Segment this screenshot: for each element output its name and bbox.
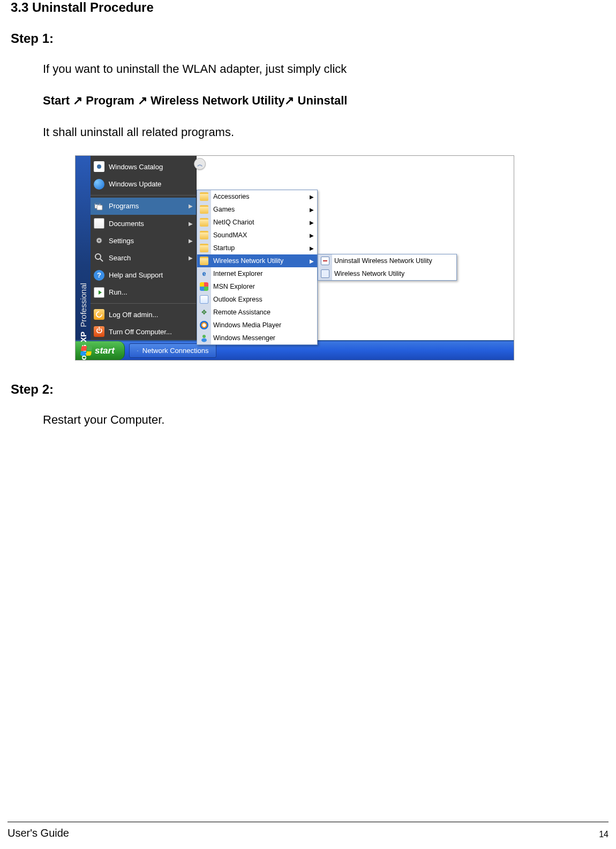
menu-item-label: Wireless Network Utility bbox=[334, 270, 404, 277]
start-menu-screenshot: Windows XP Professional ︽ Windows Catalo… bbox=[75, 155, 514, 360]
logoff-icon bbox=[94, 309, 104, 320]
start-item-windows-catalog[interactable]: Windows Catalog bbox=[91, 158, 196, 175]
submenu-arrow-icon: ▶ bbox=[189, 221, 193, 227]
network-connections-icon bbox=[137, 350, 138, 351]
submenu-arrow-icon: ▶ bbox=[189, 203, 193, 209]
menu-item-label: Windows Media Player bbox=[213, 321, 281, 329]
windows-update-icon bbox=[94, 179, 104, 190]
submenu-arrow-icon: ▶ bbox=[310, 194, 314, 200]
start-item-programs[interactable]: Programs ▶ bbox=[91, 198, 196, 215]
folder-icon bbox=[200, 205, 208, 214]
submenu-arrow-icon: ▶ bbox=[310, 232, 314, 238]
step2-text: Restart your Computer. bbox=[11, 412, 605, 429]
programs-submenu: Accessories ▶ Games ▶ NetIQ Chariot ▶ So… bbox=[197, 190, 318, 345]
programs-item-outlook-express[interactable]: Outlook Express bbox=[197, 293, 317, 306]
start-item-label: Windows Update bbox=[109, 180, 161, 188]
start-item-turnoff[interactable]: Turn Off Computer... bbox=[91, 323, 196, 340]
outlook-express-icon bbox=[200, 295, 208, 304]
start-item-label: Turn Off Computer... bbox=[109, 328, 172, 336]
submenu-arrow-icon: ▶ bbox=[189, 255, 193, 261]
svg-rect-2 bbox=[95, 204, 100, 205]
wnu-item-uninstall[interactable]: Uninstall Wireless Network Utility bbox=[318, 254, 456, 267]
step-1-label: Step 1: bbox=[11, 31, 605, 46]
submenu-arrow-icon: ▶ bbox=[310, 245, 314, 251]
programs-item-windows-messenger[interactable]: Windows Messenger bbox=[197, 332, 317, 344]
wireless-utility-icon bbox=[321, 269, 329, 278]
menu-item-label: Games bbox=[213, 206, 235, 213]
start-item-settings[interactable]: Settings ▶ bbox=[91, 232, 196, 249]
settings-icon bbox=[94, 235, 104, 246]
programs-icon bbox=[94, 201, 104, 212]
svg-point-5 bbox=[95, 254, 101, 259]
programs-item-wireless-network-utility[interactable]: Wireless Network Utility ▶ bbox=[197, 254, 317, 267]
footer-page-number: 14 bbox=[599, 830, 609, 839]
programs-item-windows-media-player[interactable]: Windows Media Player bbox=[197, 319, 317, 332]
folder-icon bbox=[200, 244, 208, 252]
svg-rect-1 bbox=[97, 205, 102, 210]
windows-xp-edition: Professional bbox=[79, 283, 88, 328]
wnu-item-utility[interactable]: Wireless Network Utility bbox=[318, 267, 456, 280]
start-item-documents[interactable]: Documents ▶ bbox=[91, 215, 196, 232]
menu-item-label: Uninstall Wireless Network Utility bbox=[334, 257, 432, 265]
menu-item-label: Internet Explorer bbox=[213, 270, 262, 277]
power-off-icon bbox=[94, 326, 104, 337]
folder-icon bbox=[200, 257, 208, 265]
menu-item-label: Accessories bbox=[213, 193, 249, 200]
catalog-icon bbox=[94, 161, 104, 172]
start-button-label: start bbox=[95, 345, 115, 356]
start-menu-left-column: ︽ Windows Catalog Windows Update Program… bbox=[91, 156, 197, 340]
menu-item-label: Wireless Network Utility bbox=[213, 257, 283, 265]
submenu-arrow-icon: ▶ bbox=[189, 238, 193, 244]
submenu-arrow-icon: ▶ bbox=[310, 220, 314, 226]
wnu-submenu: Uninstall Wireless Network Utility Wirel… bbox=[318, 254, 457, 281]
folder-icon bbox=[200, 218, 208, 227]
programs-item-startup[interactable]: Startup ▶ bbox=[197, 242, 317, 254]
start-item-logoff[interactable]: Log Off admin... bbox=[91, 306, 196, 323]
start-item-label: Log Off admin... bbox=[109, 311, 158, 319]
collapse-icon[interactable]: ︽ bbox=[194, 158, 206, 170]
folder-icon bbox=[200, 231, 208, 239]
svg-point-4 bbox=[98, 239, 100, 242]
start-item-windows-update[interactable]: Windows Update bbox=[91, 176, 196, 193]
start-item-search[interactable]: Search ▶ bbox=[91, 249, 196, 266]
uninstall-icon bbox=[321, 257, 329, 265]
step1-result-text: It shall uninstall all related programs. bbox=[11, 124, 605, 141]
svg-point-7 bbox=[202, 335, 206, 338]
menu-item-label: SoundMAX bbox=[213, 231, 247, 239]
documents-icon bbox=[94, 218, 104, 229]
run-icon bbox=[94, 287, 104, 298]
help-icon: ? bbox=[94, 270, 104, 281]
internet-explorer-icon: e bbox=[200, 269, 208, 278]
programs-item-accessories[interactable]: Accessories ▶ bbox=[197, 190, 317, 203]
programs-item-remote-assistance[interactable]: ✥ Remote Assistance bbox=[197, 306, 317, 319]
search-icon bbox=[94, 252, 104, 263]
programs-item-internet-explorer[interactable]: e Internet Explorer bbox=[197, 267, 317, 280]
section-title: 3.3 Uninstall Procedure bbox=[11, 0, 605, 15]
step-2-label: Step 2: bbox=[11, 382, 54, 397]
taskbar-button-network-connections[interactable]: Network Connections bbox=[129, 343, 217, 358]
start-item-label: Documents bbox=[109, 220, 144, 228]
windows-flag-icon bbox=[80, 346, 93, 356]
menu-item-label: Windows Messenger bbox=[213, 334, 275, 342]
submenu-arrow-icon: ▶ bbox=[310, 207, 314, 213]
programs-item-msn-explorer[interactable]: MSN Explorer bbox=[197, 280, 317, 293]
remote-assistance-icon: ✥ bbox=[200, 308, 208, 317]
folder-icon bbox=[200, 192, 208, 201]
start-item-label: Settings bbox=[109, 237, 134, 245]
submenu-arrow-icon: ▶ bbox=[310, 258, 314, 264]
svg-point-8 bbox=[201, 339, 207, 342]
windows-xp-side-strip: Windows XP Professional bbox=[76, 156, 91, 340]
start-item-label: Programs bbox=[109, 202, 139, 210]
programs-item-netiq[interactable]: NetIQ Chariot ▶ bbox=[197, 216, 317, 229]
start-item-label: Help and Support bbox=[109, 271, 163, 279]
menu-divider bbox=[91, 195, 196, 196]
programs-item-soundmax[interactable]: SoundMAX ▶ bbox=[197, 229, 317, 242]
start-item-help[interactable]: ? Help and Support bbox=[91, 267, 196, 284]
start-item-label: Search bbox=[109, 254, 131, 262]
programs-item-games[interactable]: Games ▶ bbox=[197, 203, 317, 216]
footer-guide-label: User's Guide bbox=[7, 827, 69, 839]
start-item-run[interactable]: Run... bbox=[91, 284, 196, 301]
menu-item-label: Remote Assistance bbox=[213, 309, 271, 316]
uninstall-path-line: Start ↗ Program ↗ Wireless Network Utili… bbox=[11, 93, 605, 109]
menu-divider bbox=[91, 303, 196, 304]
